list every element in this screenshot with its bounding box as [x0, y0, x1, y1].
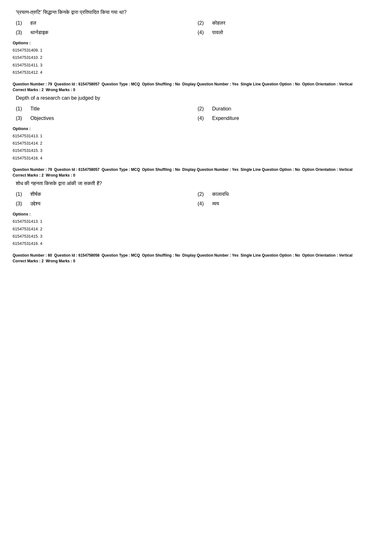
- options-grid-1: (1) हल (2) कोहलर (3) थार्नडाइक (4) पावलो: [16, 20, 379, 35]
- option-id: 61547531411. 3: [13, 61, 379, 69]
- option-num: (3): [16, 115, 25, 121]
- option-num: (4): [198, 30, 207, 35]
- option-num: (3): [16, 30, 25, 35]
- option-id: 61547531415. 3: [13, 233, 379, 240]
- options-list-1: 61547531409. 1 61547531410. 2 6154753141…: [13, 47, 379, 76]
- option-num: (2): [198, 20, 207, 26]
- option-text: व्यय: [212, 201, 219, 207]
- option-q79-en-1: (1) Title: [16, 106, 198, 112]
- option-q79-hi-4: (4) व्यय: [198, 201, 379, 207]
- option-num: (2): [198, 106, 207, 112]
- option-q79-en-4: (4) Expenditure: [198, 115, 379, 121]
- option-text: पावलो: [212, 30, 223, 35]
- option-q79-en-3: (3) Objectives: [16, 115, 198, 121]
- options-list-q79-hi: 61547531413. 1 61547531414. 2 6154753141…: [13, 218, 379, 247]
- option-num: (4): [198, 115, 207, 121]
- question-text-hindi-1: 'प्रयत्न-त्रुटि' सिद्धान्त किनके द्वारा …: [16, 9, 379, 15]
- option-text: शीर्षक: [30, 191, 41, 197]
- option-q79-en-2: (2) Duration: [198, 106, 379, 112]
- option-1-1: (1) हल: [16, 20, 198, 26]
- option-q79-hi-1: (1) शीर्षक: [16, 191, 198, 197]
- option-text: Expenditure: [212, 115, 239, 121]
- options-label-q79-en: Options :: [13, 126, 379, 131]
- meta-line-q79-en: Question Number : 79 Question Id : 61547…: [13, 81, 379, 87]
- option-id: 61547531415. 3: [13, 147, 379, 154]
- option-id: 61547531413. 1: [13, 132, 379, 140]
- option-id: 61547531416. 4: [13, 154, 379, 162]
- option-text: Objectives: [30, 115, 54, 121]
- question-block-q80: Question Number : 80 Question Id : 61547…: [13, 253, 379, 263]
- option-1-2: (2) कोहलर: [198, 20, 379, 26]
- question-block-q79-en: Question Number : 79 Question Id : 61547…: [13, 81, 379, 162]
- option-q79-hi-2: (2) कालावधि: [198, 191, 379, 197]
- meta-line-q79-hi: Question Number : 79 Question Id : 61547…: [13, 167, 379, 172]
- option-num: (1): [16, 191, 25, 197]
- question-block-q79-hi: Question Number : 79 Question Id : 61547…: [13, 167, 379, 247]
- option-text: कोहलर: [212, 20, 225, 26]
- question-text-q79-en: Depth of a research can be judged by: [16, 95, 379, 101]
- option-text: हल: [30, 20, 36, 26]
- option-num: (1): [16, 106, 25, 112]
- option-num: (2): [198, 191, 207, 197]
- option-id: 61547531414. 2: [13, 140, 379, 147]
- option-id: 61547531414. 2: [13, 225, 379, 233]
- option-text: Title: [30, 106, 40, 112]
- meta-line-q80: Question Number : 80 Question Id : 61547…: [13, 253, 379, 258]
- option-text: कालावधि: [212, 191, 229, 197]
- option-num: (1): [16, 20, 25, 26]
- options-grid-q79-hi: (1) शीर्षक (2) कालावधि (3) उद्देश्य (4) …: [16, 191, 379, 207]
- option-1-4: (4) पावलो: [198, 30, 379, 35]
- options-grid-q79-en: (1) Title (2) Duration (3) Objectives (4…: [16, 106, 379, 121]
- option-text: थार्नडाइक: [30, 30, 48, 35]
- option-num: (3): [16, 201, 25, 207]
- options-label-1: Options :: [13, 41, 379, 45]
- option-num: (4): [198, 201, 207, 207]
- marks-line-q79-en: Correct Marks : 2 Wrong Marks : 0: [13, 88, 379, 92]
- question-block-hindi-1: 'प्रयत्न-त्रुटि' सिद्धान्त किनके द्वारा …: [13, 9, 379, 76]
- marks-line-q79-hi: Correct Marks : 2 Wrong Marks : 0: [13, 173, 379, 178]
- options-list-q79-en: 61547531413. 1 61547531414. 2 6154753141…: [13, 132, 379, 162]
- option-id: 61547531412. 4: [13, 69, 379, 76]
- option-text: उद्देश्य: [30, 201, 40, 207]
- option-1-3: (3) थार्नडाइक: [16, 30, 198, 35]
- option-id: 61547531409. 1: [13, 47, 379, 54]
- option-q79-hi-3: (3) उद्देश्य: [16, 201, 198, 207]
- marks-line-q80: Correct Marks : 2 Wrong Marks : 0: [13, 259, 379, 263]
- option-id: 61547531413. 1: [13, 218, 379, 225]
- option-id: 61547531410. 2: [13, 54, 379, 61]
- question-text-q79-hi: शोध की गहनता किसके द्वारा आंकी जा सकती ह…: [16, 181, 379, 186]
- option-text: Duration: [212, 106, 231, 112]
- option-id: 61547531416. 4: [13, 240, 379, 247]
- options-label-q79-hi: Options :: [13, 212, 379, 216]
